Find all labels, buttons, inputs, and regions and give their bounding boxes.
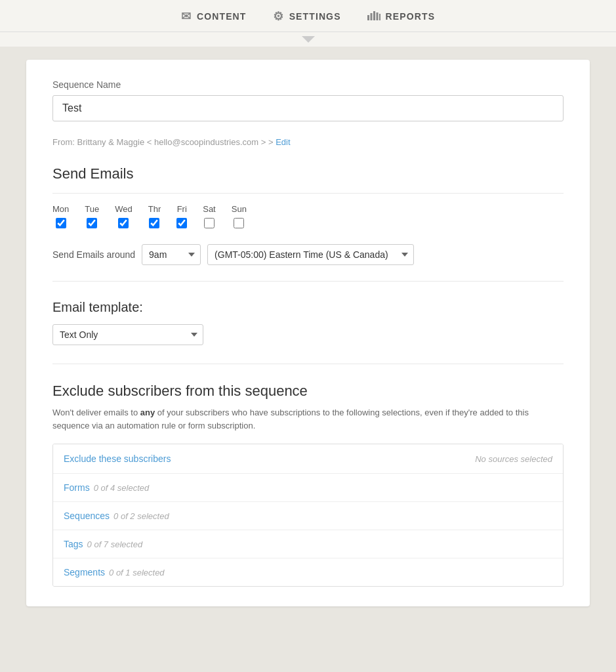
day-label-sun: Sun (232, 204, 247, 214)
exclude-row-sequences-label: Sequences (64, 511, 110, 521)
send-time-label: Send Emails around (52, 249, 135, 260)
top-navigation: ✉ CONTENT ⚙ SETTINGS REPORTS (0, 0, 616, 32)
content-icon: ✉ (181, 9, 192, 24)
day-col-sun: Sun (232, 204, 247, 228)
time-select[interactable]: 9am 10am 11am 12pm 1pm (142, 244, 201, 265)
day-col-thr: Thr (148, 204, 161, 228)
sequence-name-input[interactable] (52, 95, 564, 121)
edit-from-link[interactable]: Edit (276, 137, 290, 147)
day-label-sat: Sat (203, 204, 216, 214)
main-content: Sequence Name From: Brittany & Maggie < … (0, 47, 616, 633)
exclude-row-segments-label: Segments (64, 567, 105, 578)
exclude-desc-bold: any (140, 408, 155, 417)
exclude-row-sequences-count: 0 of 2 selected (113, 511, 169, 521)
svg-rect-1 (370, 13, 372, 20)
nav-reports[interactable]: REPORTS (367, 10, 436, 24)
nav-settings[interactable]: ⚙ SETTINGS (273, 9, 341, 24)
svg-rect-3 (376, 12, 378, 20)
svg-rect-4 (379, 14, 380, 20)
day-label-fri: Fri (177, 204, 187, 214)
day-col-sat: Sat (203, 204, 216, 228)
from-line-text: From: Brittany & Maggie < hello@scoopind… (52, 137, 276, 147)
day-checkbox-wed[interactable] (118, 218, 129, 228)
exclude-box: Exclude these subscribers No sources sel… (52, 444, 564, 587)
day-label-wed: Wed (115, 204, 133, 214)
settings-icon: ⚙ (273, 9, 284, 24)
exclude-row-sequences[interactable]: Sequences 0 of 2 selected (53, 502, 563, 530)
timezone-select[interactable]: (GMT-05:00) Eastern Time (US & Canada) (… (207, 244, 414, 265)
day-col-wed: Wed (115, 204, 133, 228)
day-col-tue: Tue (85, 204, 99, 228)
nav-reports-label: REPORTS (386, 11, 436, 22)
day-checkbox-sat[interactable] (204, 218, 215, 228)
from-line: From: Brittany & Maggie < hello@scoopind… (52, 137, 564, 147)
day-col-fri: Fri (176, 204, 187, 228)
send-time-row: Send Emails around 9am 10am 11am 12pm 1p… (52, 244, 564, 282)
nav-content[interactable]: ✉ CONTENT (181, 9, 247, 24)
exclude-desc: Won't deliver emails to any of your subs… (52, 406, 564, 432)
day-checkbox-sun[interactable] (234, 218, 244, 228)
svg-rect-2 (373, 11, 375, 20)
day-checkbox-thr[interactable] (149, 218, 159, 228)
day-checkbox-fri[interactable] (176, 218, 187, 228)
sequence-name-group: Sequence Name (52, 79, 564, 121)
email-template-section: Email template: Text Only Simple Full Fe… (52, 300, 564, 364)
email-template-label: Email template: (52, 300, 564, 315)
exclude-row-tags[interactable]: Tags 0 of 7 selected (53, 530, 563, 558)
day-label-tue: Tue (85, 204, 99, 214)
day-label-thr: Thr (148, 204, 161, 214)
exclude-title: Exclude subscribers from this sequence (52, 383, 564, 400)
sequence-name-label: Sequence Name (52, 79, 564, 90)
svg-rect-0 (367, 15, 369, 20)
nav-settings-label: SETTINGS (289, 11, 341, 22)
reports-icon (367, 10, 380, 24)
exclude-row-forms[interactable]: Forms 0 of 4 selected (53, 474, 563, 502)
exclude-row-tags-count: 0 of 7 selected (87, 539, 143, 549)
exclude-row-forms-count: 0 of 4 selected (94, 483, 150, 493)
exclude-row-segments[interactable]: Segments 0 of 1 selected (53, 558, 563, 586)
exclude-header[interactable]: Exclude these subscribers No sources sel… (53, 444, 563, 474)
exclude-row-forms-label: Forms (64, 482, 90, 493)
exclude-row-segments-count: 0 of 1 selected (109, 568, 165, 578)
template-select[interactable]: Text Only Simple Full Featured (52, 324, 203, 345)
days-row: MonTueWedThrFriSatSun (52, 204, 564, 228)
nav-content-label: CONTENT (197, 11, 247, 22)
nav-arrow-indicator (0, 32, 616, 47)
send-emails-title: Send Emails (52, 165, 564, 194)
settings-card: Sequence Name From: Brittany & Maggie < … (26, 60, 590, 606)
exclude-row-tags-label: Tags (64, 539, 83, 549)
day-label-mon: Mon (52, 204, 69, 214)
day-col-mon: Mon (52, 204, 69, 228)
day-checkbox-tue[interactable] (87, 218, 97, 228)
exclude-section: Exclude subscribers from this sequence W… (52, 383, 564, 587)
exclude-header-status: No sources selected (475, 454, 552, 464)
day-checkbox-mon[interactable] (56, 218, 66, 228)
exclude-header-label: Exclude these subscribers (64, 453, 171, 464)
